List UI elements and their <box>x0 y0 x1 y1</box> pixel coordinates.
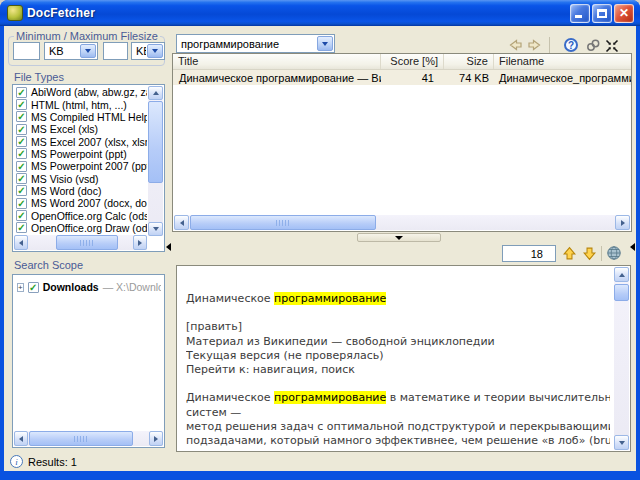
scroll-down-icon[interactable] <box>614 435 629 450</box>
preview-line: подзадачами, который намного эффективнее… <box>186 434 610 448</box>
globe-icon[interactable] <box>606 245 622 261</box>
chevron-down-icon[interactable] <box>147 44 163 58</box>
checkbox-checked-icon[interactable]: ✓ <box>16 111 27 122</box>
checkbox-checked-icon[interactable]: ✓ <box>16 136 27 147</box>
file-types-listbox[interactable]: ✓AbiWord (abw, abw.gz, zabw)✓HTML (html,… <box>12 84 165 252</box>
checkbox-checked-icon[interactable]: ✓ <box>16 161 27 172</box>
scroll-right-icon[interactable] <box>149 431 163 446</box>
minimize-button[interactable] <box>570 4 590 23</box>
tree-expander-icon[interactable]: + <box>17 283 24 292</box>
file-type-item[interactable]: ✓OpenOffice.org Calc (ods, <box>14 209 147 221</box>
next-occurrence-icon[interactable] <box>582 246 597 261</box>
chevron-down-icon[interactable] <box>317 36 333 51</box>
search-scope-hscrollbar[interactable] <box>14 431 163 446</box>
file-type-item[interactable]: ✓MS Excel (xls) <box>14 123 147 135</box>
search-scope-tree[interactable]: + ✓ Downloads — X:\Downloads <box>12 274 165 448</box>
minimize-to-tray-icon[interactable] <box>604 38 620 54</box>
scrollbar-thumb[interactable] <box>29 431 133 446</box>
preview-line: метод решения задач с оптимальной подстр… <box>186 420 610 434</box>
checkbox-checked-icon[interactable]: ✓ <box>16 173 27 184</box>
table-header[interactable]: Title Score [%] Size Filename <box>173 54 631 70</box>
file-type-item[interactable]: ✓MS Word 2007 (docx, docm <box>14 197 147 209</box>
file-type-item[interactable]: ✓MS Visio (vsd) <box>14 172 147 184</box>
min-filesize-unit-combo[interactable]: KB <box>44 42 98 60</box>
scrollbar-thumb[interactable] <box>190 215 376 230</box>
minimize-icon <box>575 15 582 18</box>
scrollbar-thumb[interactable] <box>56 235 118 250</box>
column-header-filename[interactable]: Filename <box>494 54 631 69</box>
scroll-left-icon[interactable] <box>174 215 189 230</box>
search-input[interactable] <box>177 38 316 50</box>
min-unit-value: KB <box>45 45 79 57</box>
preview-segment: Текущая версия (не проверялась) <box>186 349 384 362</box>
forward-icon[interactable] <box>527 37 543 53</box>
checkbox-checked-icon[interactable]: ✓ <box>16 198 27 209</box>
maximize-button[interactable] <box>592 4 612 23</box>
scrollbar-thumb[interactable] <box>148 101 163 183</box>
max-filesize-input[interactable] <box>103 42 128 60</box>
preview-line: Материал из Википедии — свободной энцикл… <box>186 335 610 349</box>
results-table[interactable]: Title Score [%] Size Filename Динамическ… <box>172 53 632 232</box>
sash-collapse-left-icon[interactable] <box>166 243 171 251</box>
scroll-right-icon[interactable] <box>615 215 630 230</box>
chevron-down-icon[interactable] <box>80 44 96 58</box>
tree-item-downloads[interactable]: + ✓ Downloads — X:\Downloads <box>17 281 161 293</box>
checkbox-checked-icon[interactable]: ✓ <box>28 282 39 293</box>
close-button[interactable]: ✕ <box>614 4 634 23</box>
scroll-down-icon[interactable] <box>148 222 163 236</box>
highlighted-term: программирование <box>274 391 386 404</box>
previous-occurrence-icon[interactable] <box>562 246 577 261</box>
checkbox-checked-icon[interactable]: ✓ <box>16 185 27 196</box>
sash-collapse-right-icon[interactable] <box>630 243 635 251</box>
back-icon[interactable] <box>507 37 523 53</box>
scroll-up-icon[interactable] <box>148 86 163 100</box>
occurrence-counter-field[interactable] <box>502 245 556 262</box>
preview-line: [править] <box>186 320 610 334</box>
table-row[interactable]: Динамическое программирование — Вики...4… <box>173 70 631 85</box>
column-header-score[interactable]: Score [%] <box>381 54 444 69</box>
scroll-up-icon[interactable] <box>614 267 629 282</box>
scroll-left-icon[interactable] <box>14 431 28 446</box>
file-type-label: MS Excel 2007 (xlsx, xlsm) <box>31 136 147 148</box>
checkbox-checked-icon[interactable]: ✓ <box>16 87 27 98</box>
result-filename: Динамическое_программирование <box>494 72 631 84</box>
search-combo[interactable] <box>176 34 335 53</box>
checkbox-checked-icon[interactable]: ✓ <box>16 148 27 159</box>
file-type-item[interactable]: ✓HTML (html, htm, ...) <box>14 98 147 110</box>
result-title: Динамическое программирование — Вики... <box>179 72 381 84</box>
preview-segment: систем — <box>186 406 241 419</box>
max-filesize-unit-combo[interactable]: KB <box>131 42 165 60</box>
preview-segment: подзадачами, который намного эффективнее… <box>186 434 610 447</box>
file-type-label: OpenOffice.org Calc (ods, <box>31 210 147 222</box>
results-hscrollbar[interactable] <box>174 215 630 230</box>
splitter-collapse-button[interactable] <box>357 233 441 242</box>
link-icon[interactable] <box>585 38 601 54</box>
file-type-label: MS Visio (vsd) <box>31 173 99 185</box>
file-type-item[interactable]: ✓MS Compiled HTML Help (chm) <box>14 111 147 123</box>
checkbox-checked-icon[interactable]: ✓ <box>16 99 27 110</box>
file-types-hscrollbar[interactable] <box>14 235 147 250</box>
file-types-vscrollbar[interactable] <box>148 86 163 236</box>
scrollbar-thumb[interactable] <box>614 284 629 301</box>
column-header-title[interactable]: Title <box>173 54 381 69</box>
min-filesize-input[interactable] <box>13 42 40 60</box>
file-type-item[interactable]: ✓OpenOffice.org Draw (odg, <box>14 222 147 234</box>
preview-segment: Материал из Википедии — свободной энцикл… <box>186 335 495 348</box>
scroll-left-icon[interactable] <box>14 235 28 250</box>
checkbox-checked-icon[interactable]: ✓ <box>16 124 27 135</box>
preview-pane[interactable]: Динамическое программирование[править]Ма… <box>176 265 631 452</box>
toolbar-separator <box>601 246 602 261</box>
file-type-item[interactable]: ✓AbiWord (abw, abw.gz, zabw) <box>14 86 147 98</box>
help-icon[interactable]: ? <box>564 38 578 52</box>
titlebar[interactable]: DocFetcher ✕ <box>0 0 640 26</box>
preview-segment: в математике и теории вычислительных <box>386 391 610 404</box>
file-type-item[interactable]: ✓MS Powerpoint (ppt) <box>14 148 147 160</box>
file-type-item[interactable]: ✓MS Excel 2007 (xlsx, xlsm) <box>14 135 147 147</box>
scroll-right-icon[interactable] <box>133 235 147 250</box>
file-type-item[interactable]: ✓MS Powerpoint 2007 (pptx, <box>14 160 147 172</box>
column-header-size[interactable]: Size <box>444 54 494 69</box>
checkbox-checked-icon[interactable]: ✓ <box>16 210 27 221</box>
checkbox-checked-icon[interactable]: ✓ <box>16 222 27 233</box>
preview-vscrollbar[interactable] <box>614 267 629 450</box>
file-type-item[interactable]: ✓MS Word (doc) <box>14 185 147 197</box>
